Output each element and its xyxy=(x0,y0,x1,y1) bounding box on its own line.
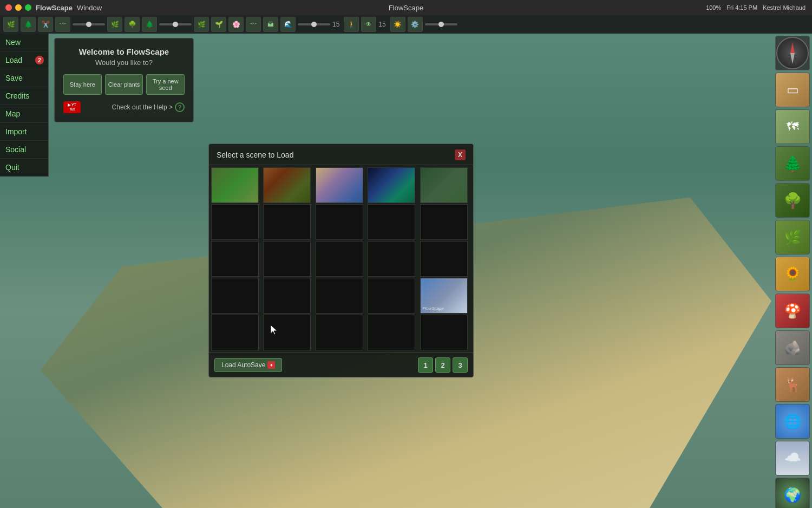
sky2-glyph: ☁️ xyxy=(784,450,801,467)
light-slider[interactable] xyxy=(425,23,457,25)
dialog-close-button[interactable]: X xyxy=(455,149,466,160)
sidebar-item-new[interactable]: New xyxy=(0,34,48,51)
compass-north-arrow xyxy=(790,42,795,53)
minimize-window-button[interactable] xyxy=(15,4,22,11)
tree1-icon[interactable]: 🌲 xyxy=(775,146,810,181)
toolbar-icon-2[interactable]: ✂️ xyxy=(38,17,53,32)
scene-cell-21[interactable] xyxy=(211,315,259,350)
scene-cell-14[interactable] xyxy=(368,241,415,277)
scene-cell-7[interactable] xyxy=(263,204,311,240)
toolbar-icon-12[interactable]: 🌊 xyxy=(280,17,296,32)
planet-icon[interactable]: 🌍 xyxy=(775,478,810,508)
sidebar-item-credits[interactable]: Credits xyxy=(0,87,48,105)
scene-cell-10[interactable] xyxy=(420,204,468,240)
toolbar-icon-9[interactable]: 🌸 xyxy=(228,17,244,32)
scene-cell-20[interactable]: FlowScape xyxy=(420,278,468,314)
scene-cell-8[interactable] xyxy=(316,204,363,240)
scene-cell-11[interactable] xyxy=(211,241,259,277)
scene-cell-4[interactable] xyxy=(368,167,415,203)
scene-cell-17[interactable] xyxy=(263,278,311,314)
size-slider[interactable] xyxy=(159,23,192,25)
toolbar-icon-13[interactable]: 🚶 xyxy=(344,17,359,32)
help-icon: ? xyxy=(175,102,185,112)
scene-cell-16[interactable] xyxy=(211,278,259,314)
sky1-icon[interactable]: 🌐 xyxy=(775,404,810,439)
window-controls[interactable] xyxy=(0,4,31,11)
sidebar-item-social[interactable]: Social xyxy=(0,141,48,159)
toolbar-icon-5[interactable]: 🌳 xyxy=(125,17,140,32)
scene-cell-22[interactable] xyxy=(263,315,311,350)
right-panel: ▭ 🗺 🌲 🌳 🌿 🌻 🍄 🪨 🦌 🌐 ☁️ 🌍 🎧 xyxy=(773,34,812,508)
map-icon[interactable]: 🗺 xyxy=(775,109,810,144)
clear-plants-button[interactable]: Clear plants xyxy=(105,74,143,95)
planet-glyph: 🌍 xyxy=(784,487,801,504)
scene-cell-23[interactable] xyxy=(316,315,363,350)
scene-cell-13[interactable] xyxy=(316,241,363,277)
toolbar-icon-4[interactable]: 🌿 xyxy=(107,17,122,32)
terrain-icon-glyph: ▭ xyxy=(787,82,799,97)
deer-icon[interactable]: 🦌 xyxy=(775,367,810,402)
rock-icon[interactable]: 🪨 xyxy=(775,330,810,365)
compass-south-arrow xyxy=(790,53,795,64)
titlebar-menu[interactable]: Window xyxy=(77,4,102,12)
page-1-button[interactable]: 1 xyxy=(418,357,433,373)
flower-icon[interactable]: 🌻 xyxy=(775,257,810,291)
help-text: Check out the Help > xyxy=(112,103,173,111)
scene-cell-6[interactable] xyxy=(211,204,259,240)
tree3-icon[interactable]: 🌿 xyxy=(775,220,810,255)
water-slider[interactable] xyxy=(298,23,330,25)
terrain-brush-icon[interactable]: ▭ xyxy=(775,73,810,107)
mushroom-icon[interactable]: 🍄 xyxy=(775,294,810,328)
toolbar-icon-10[interactable]: 〰 xyxy=(246,17,261,32)
dialog-header: Select a scene to Load X xyxy=(209,144,473,165)
sky1-glyph: 🌐 xyxy=(784,413,801,430)
scene-cell-1[interactable] xyxy=(211,167,259,203)
scene-cell-25[interactable] xyxy=(420,315,468,350)
sidebar-item-load[interactable]: Load 2 xyxy=(0,51,48,69)
autosave-icon: ✦ xyxy=(267,361,275,369)
autosave-label: Load AutoSave xyxy=(221,361,265,369)
toolbar-icon-0[interactable]: 🌿 xyxy=(3,17,18,32)
scene-cell-15[interactable] xyxy=(420,241,468,277)
load-badge: 2 xyxy=(35,56,44,64)
page-2-button[interactable]: 2 xyxy=(435,357,450,373)
load-autosave-button[interactable]: Load AutoSave ✦ xyxy=(214,358,282,372)
scenes-grid: FlowScape xyxy=(209,165,473,353)
welcome-footer: ▶ YTTut Check out the Help > ? xyxy=(63,101,185,113)
sidebar-item-quit[interactable]: Quit xyxy=(0,159,48,177)
titlebar-title: FlowScape xyxy=(389,4,423,12)
welcome-buttons: Stay here Clear plants Try a new seed xyxy=(63,74,185,95)
toolbar-icon-3[interactable]: 〰 xyxy=(55,17,70,32)
stay-here-button[interactable]: Stay here xyxy=(63,74,102,95)
help-button[interactable]: Check out the Help > ? xyxy=(112,102,185,112)
toolbar-icon-14[interactable]: 👁 xyxy=(361,17,376,32)
rock-glyph: 🪨 xyxy=(784,340,801,356)
toolbar-icon-11[interactable]: 🏔 xyxy=(263,17,278,32)
toolbar-icon-7[interactable]: 🌿 xyxy=(194,17,209,32)
scene-cell-2[interactable] xyxy=(263,167,311,203)
scene-cell-19[interactable] xyxy=(368,278,415,314)
close-window-button[interactable] xyxy=(5,4,12,11)
page-3-button[interactable]: 3 xyxy=(453,357,468,373)
toolbar-icon-8[interactable]: 🌱 xyxy=(211,17,226,32)
window-menu-item[interactable]: Window xyxy=(77,4,102,12)
sky2-icon[interactable]: ☁️ xyxy=(775,441,810,476)
fullscreen-window-button[interactable] xyxy=(25,4,31,11)
scene-cell-24[interactable] xyxy=(368,315,415,350)
compass-widget[interactable] xyxy=(775,36,810,70)
scene-cell-9[interactable] xyxy=(368,204,415,240)
scene-cell-12[interactable] xyxy=(263,241,311,277)
toolbar-icon-16[interactable]: ⚙️ xyxy=(408,17,423,32)
sidebar-item-save[interactable]: Save xyxy=(0,69,48,87)
scene-cell-5[interactable] xyxy=(420,167,468,203)
scene-cell-18[interactable] xyxy=(316,278,363,314)
try-new-seed-button[interactable]: Try a new seed xyxy=(146,74,185,95)
sidebar-item-import[interactable]: Import xyxy=(0,123,48,141)
toolbar-icon-1[interactable]: 🌲 xyxy=(21,17,36,32)
scene-cell-3[interactable] xyxy=(316,167,363,203)
density-slider[interactable] xyxy=(73,23,105,25)
toolbar-icon-15[interactable]: ☀️ xyxy=(390,17,405,32)
sidebar-item-map[interactable]: Map xyxy=(0,105,48,123)
toolbar-icon-6[interactable]: 🌲 xyxy=(142,17,157,32)
tree2-icon[interactable]: 🌳 xyxy=(775,183,810,218)
